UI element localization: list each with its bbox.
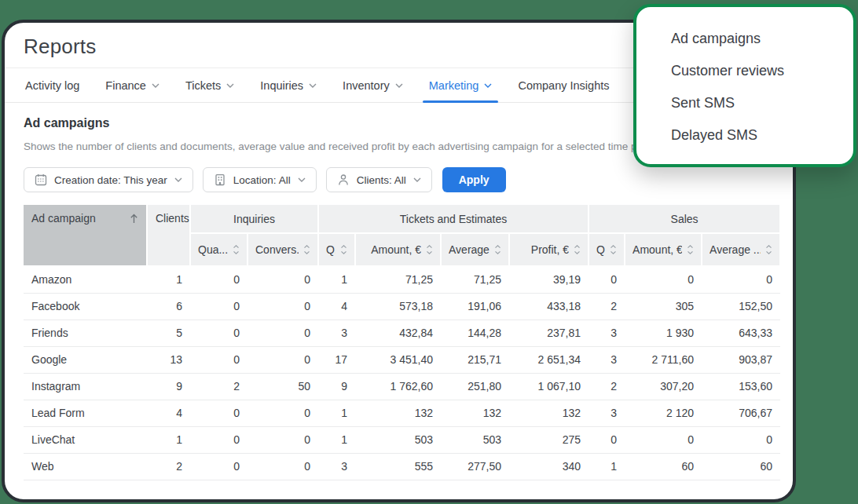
column-label: Ad campaign	[31, 212, 96, 225]
tab-tickets[interactable]: Tickets	[184, 79, 236, 102]
value-cell: 1 762,60	[355, 373, 441, 400]
value-cell: 3	[318, 453, 355, 480]
value-cell: 0	[625, 266, 702, 293]
value-cell: 0	[190, 293, 248, 320]
column-label: Average ...	[710, 243, 761, 256]
value-cell: 60	[625, 453, 702, 480]
value-cell: 191,06	[441, 293, 509, 320]
value-cell: 432,84	[355, 320, 441, 346]
value-cell: 132	[509, 400, 588, 426]
person-icon	[337, 173, 350, 186]
chevron-down-icon	[152, 83, 160, 88]
group-header-inquiries: Inquiries	[190, 205, 318, 233]
column-header[interactable]: Qua...	[190, 233, 248, 266]
value-cell: 5	[147, 320, 190, 346]
tab-label: Activity log	[25, 79, 79, 92]
value-cell: 0	[190, 426, 248, 453]
column-label: Qua...	[198, 243, 228, 256]
value-cell: 0	[702, 426, 780, 453]
location-filter[interactable]: Location: All	[203, 167, 317, 192]
value-cell: 277,50	[441, 453, 509, 480]
sort-icon	[233, 244, 240, 255]
value-cell: 0	[248, 346, 318, 373]
sort-icon	[610, 244, 617, 255]
column-header[interactable]: Average ...	[702, 233, 780, 266]
building-icon	[214, 173, 226, 186]
clients-filter[interactable]: Clients: All	[326, 167, 432, 192]
value-cell: 1	[147, 426, 190, 453]
value-cell: 0	[190, 320, 248, 346]
value-cell: 275	[509, 426, 588, 453]
value-cell: 0	[248, 266, 318, 293]
value-cell: 1	[318, 266, 355, 293]
tab-marketing[interactable]: Marketing	[427, 79, 494, 102]
campaign-name-cell: Instagram	[24, 373, 147, 400]
sort-icon	[303, 244, 310, 255]
column-header-ad-campaign[interactable]: Ad campaign	[24, 205, 147, 266]
chevron-down-icon	[298, 177, 306, 182]
value-cell: 0	[190, 266, 248, 293]
value-cell: 0	[190, 453, 248, 480]
value-cell: 0	[248, 320, 318, 346]
value-cell: 2	[588, 373, 625, 400]
tab-inquiries[interactable]: Inquiries	[258, 79, 318, 102]
value-cell: 1	[147, 266, 190, 293]
menu-item-sent-sms[interactable]: Sent SMS	[671, 95, 838, 111]
menu-item-delayed-sms[interactable]: Delayed SMS	[671, 127, 838, 144]
value-cell: 152,50	[702, 293, 780, 320]
tab-finance[interactable]: Finance	[104, 79, 161, 102]
campaign-name-cell: LiveChat	[24, 426, 147, 453]
value-cell: 3	[588, 400, 625, 426]
value-cell: 17	[318, 346, 355, 373]
column-label: Average ...	[449, 243, 490, 256]
value-cell: 555	[355, 453, 441, 480]
tab-inventory[interactable]: Inventory	[341, 79, 405, 102]
value-cell: 706,67	[702, 400, 780, 426]
chevron-down-icon	[226, 83, 234, 88]
column-header[interactable]: Amount, €	[625, 233, 702, 266]
value-cell: 71,25	[441, 266, 509, 293]
column-header[interactable]: Q..	[588, 233, 625, 266]
sort-icon	[494, 244, 501, 255]
column-header[interactable]: Amount, €	[355, 233, 441, 266]
campaign-name-cell: Amazon	[24, 266, 147, 293]
chevron-down-icon	[309, 83, 317, 88]
value-cell: 0	[248, 426, 318, 453]
value-cell: 4	[318, 293, 355, 320]
value-cell: 503	[441, 426, 509, 453]
table-row: LiveChat1001503503275000	[24, 426, 780, 453]
filter-bar: Creation date: This year Location: All C…	[24, 167, 776, 192]
value-cell: 503	[355, 426, 441, 453]
menu-item-customer-reviews[interactable]: Customer reviews	[671, 63, 838, 79]
value-cell: 3	[588, 346, 625, 373]
column-header[interactable]: Q..	[318, 233, 355, 266]
sort-ascending-icon	[130, 214, 138, 224]
ad-campaigns-table: Ad campaign Clients Inquiries Tickets an…	[24, 205, 781, 480]
value-cell: 144,28	[441, 320, 509, 346]
chevron-down-icon	[413, 177, 421, 182]
calendar-icon	[35, 173, 47, 186]
value-cell: 0	[702, 266, 780, 293]
column-header[interactable]: Profit, €	[509, 233, 588, 266]
value-cell: 71,25	[355, 266, 441, 293]
value-cell: 643,33	[702, 320, 780, 346]
apply-button[interactable]: Apply	[442, 167, 506, 192]
column-header[interactable]: Average ...	[441, 233, 509, 266]
value-cell: 3	[318, 320, 355, 346]
table-row: Friends5003432,84144,28237,8131 930643,3…	[24, 320, 780, 346]
tab-label: Company Insights	[518, 79, 609, 92]
sort-icon	[574, 244, 581, 255]
value-cell: 0	[588, 426, 625, 453]
value-cell: 433,18	[509, 293, 588, 320]
table-row: Instagram925091 762,60251,801 067,102307…	[24, 373, 780, 400]
column-label: Convers...	[255, 243, 299, 256]
value-cell: 0	[190, 400, 248, 426]
menu-item-ad-campaigns[interactable]: Ad campaigns	[671, 31, 838, 47]
creation-date-filter[interactable]: Creation date: This year	[24, 167, 193, 192]
column-header[interactable]: Convers...	[248, 233, 318, 266]
tab-activity-log[interactable]: Activity log	[24, 79, 81, 102]
tab-company-insights[interactable]: Company Insights	[516, 79, 610, 102]
table-body: Amazon100171,2571,2539,19000Facebook6004…	[24, 266, 780, 480]
value-cell: 1	[588, 453, 625, 480]
column-header-clients[interactable]: Clients	[147, 205, 190, 266]
